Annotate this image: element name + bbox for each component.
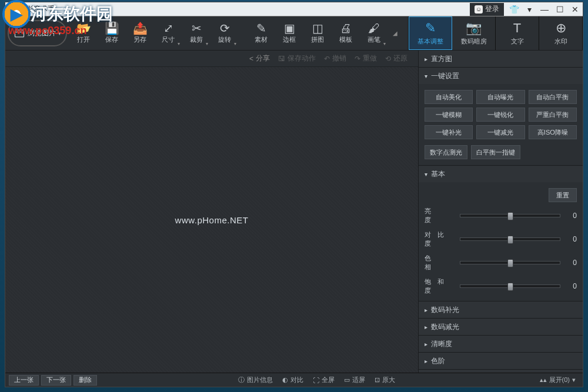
bottom-bar: 上一张 下一张 删除 ⓘ图片信息 ◐对比 ⛶全屏 ▭适屏 ⊡原大 ▴▴展开(0)… <box>5 373 583 387</box>
auto-exposure-button[interactable]: 自动曝光 <box>476 90 524 104</box>
contrast-slider[interactable] <box>460 237 560 241</box>
image-info-button[interactable]: ⓘ图片信息 <box>238 376 273 384</box>
skin-button[interactable]: 👕 <box>506 3 522 16</box>
save-action-button[interactable]: 🖫保存动作 <box>278 53 316 63</box>
brush-label: 画笔 <box>368 35 380 44</box>
brightness-label: 亮 度 <box>425 207 455 225</box>
info-icon: ⓘ <box>238 376 245 384</box>
expand-icon: ▾ <box>425 171 427 177</box>
wb-onekey-button[interactable]: 白平衡一指键 <box>471 145 520 159</box>
saveas-button[interactable]: 📤另存 <box>126 16 154 50</box>
crop-button[interactable]: ✂裁剪▾ <box>182 16 211 50</box>
brightness-slider[interactable] <box>460 214 560 217</box>
border-button[interactable]: ▣边框 <box>275 16 303 50</box>
tab-watermark[interactable]: ⊕水印 <box>539 16 583 50</box>
login-button[interactable]: ☺ 登录 <box>470 3 504 16</box>
section-levels[interactable]: ▸色阶 <box>419 353 583 369</box>
section-oneclick[interactable]: ▾一键设置 <box>419 68 583 84</box>
undo-icon: ↶ <box>324 55 330 63</box>
collapse-icon: ▸ <box>425 358 427 364</box>
section-histogram-label: 直方图 <box>431 54 452 64</box>
watermark-site-text: 河东软件园 <box>31 3 113 25</box>
high-iso-button[interactable]: 高ISO降噪 <box>529 125 577 139</box>
contrast-value: 0 <box>565 235 577 243</box>
one-dim-button[interactable]: 一键减光 <box>476 125 524 139</box>
next-image-button[interactable]: 下一张 <box>41 375 71 386</box>
border-icon: ▣ <box>284 22 295 34</box>
tab-darkroom[interactable]: 📷数码暗房 <box>452 16 496 50</box>
compare-button[interactable]: ◐对比 <box>282 376 303 384</box>
reset-button[interactable]: 重置 <box>549 188 577 202</box>
collapse-icon: ▸ <box>425 56 427 62</box>
disk-icon: 🖫 <box>278 55 285 63</box>
border-label: 边框 <box>283 35 296 44</box>
material-button[interactable]: ✎素材 <box>247 16 275 50</box>
material-icon: ✎ <box>256 22 266 34</box>
one-sharpen-button[interactable]: 一键锐化 <box>476 108 524 122</box>
brush-button[interactable]: 🖌画笔▾ <box>360 16 388 50</box>
rotate-icon: ⟳ <box>220 22 230 34</box>
section-clarity[interactable]: ▸清晰度 <box>419 336 583 352</box>
saturation-slider[interactable] <box>460 284 560 288</box>
tab-text[interactable]: T文字 <box>496 16 539 50</box>
saturation-value: 0 <box>565 282 577 290</box>
slider-thumb[interactable] <box>507 283 513 291</box>
close-button[interactable]: ✕ <box>567 3 583 16</box>
slider-thumb[interactable] <box>507 259 513 267</box>
delete-button[interactable]: 删除 <box>74 375 97 386</box>
fit-button[interactable]: ▭适屏 <box>344 376 365 384</box>
slider-thumb[interactable] <box>507 212 513 220</box>
more-button[interactable]: ◢ <box>388 16 402 50</box>
template-icon: 🖨 <box>340 22 352 34</box>
orig-icon: ⊡ <box>375 376 380 384</box>
text-icon: T <box>513 21 521 36</box>
compare-label: 对比 <box>290 376 303 384</box>
watermark-icon: ⊕ <box>556 21 566 36</box>
severe-wb-button[interactable]: 严重白平衡 <box>529 108 577 122</box>
page-watermark-logo: ▶河东软件园 <box>2 0 113 28</box>
center-watermark: www.pHome.NET <box>175 215 249 225</box>
saturation-label: 饱 和 度 <box>425 277 455 295</box>
section-histogram[interactable]: ▸直方图 <box>419 51 583 67</box>
tab-text-label: 文字 <box>511 37 524 46</box>
fullscreen-button[interactable]: ⛶全屏 <box>313 376 335 384</box>
edit-icon: ✎ <box>425 21 436 36</box>
original-size-button[interactable]: ⊡原大 <box>375 376 395 384</box>
auto-beautify-button[interactable]: 自动美化 <box>425 90 473 104</box>
spot-meter-button[interactable]: 数字点测光 <box>425 145 467 159</box>
redo-button[interactable]: ↷重做 <box>355 53 377 63</box>
puzzle-icon: ◫ <box>312 22 323 34</box>
tab-basic-adjust[interactable]: ✎基本调整 <box>409 16 452 50</box>
auto-wb-button[interactable]: 自动白平衡 <box>529 90 577 104</box>
slider-thumb[interactable] <box>507 236 513 244</box>
expand-icon: ▾ <box>425 73 427 79</box>
expand-label: 展开(0) <box>549 376 570 384</box>
size-button[interactable]: ⤢尺寸▾ <box>154 16 182 50</box>
collapse-icon: ▸ <box>425 341 427 347</box>
prev-image-button[interactable]: 上一张 <box>9 375 39 386</box>
menu-button[interactable]: ▾ <box>522 3 537 16</box>
dropdown-icon: ▾ <box>572 376 576 384</box>
one-fill-button[interactable]: 一键补光 <box>425 125 473 139</box>
undo-label: 撤销 <box>332 53 346 63</box>
expand-button[interactable]: ▴▴展开(0)▾ <box>540 376 576 384</box>
share-button[interactable]: <分享 <box>249 53 270 63</box>
section-basic[interactable]: ▾基本 <box>419 166 583 182</box>
info-label: 图片信息 <box>247 376 273 384</box>
maximize-button[interactable]: ☐ <box>552 3 567 16</box>
section-digifill-label: 数码补光 <box>431 305 459 315</box>
redo-label: 重做 <box>363 53 377 63</box>
template-button[interactable]: 🖨模板 <box>332 16 360 50</box>
one-blur-button[interactable]: 一键模糊 <box>425 108 473 122</box>
rotate-button[interactable]: ⟳旋转▾ <box>211 16 239 50</box>
hue-slider[interactable] <box>460 261 560 264</box>
redo-icon: ↷ <box>355 55 360 63</box>
minimize-button[interactable]: — <box>537 3 552 16</box>
rotate-label: 旋转 <box>218 35 231 44</box>
undo-button[interactable]: ↶撤销 <box>324 53 346 63</box>
crop-icon: ✂ <box>192 22 202 34</box>
section-digidim[interactable]: ▸数码减光 <box>419 319 583 335</box>
puzzle-button[interactable]: ◫拼图 <box>303 16 332 50</box>
section-digifill[interactable]: ▸数码补光 <box>419 301 583 318</box>
restore-button[interactable]: ⟲还原 <box>385 53 407 63</box>
